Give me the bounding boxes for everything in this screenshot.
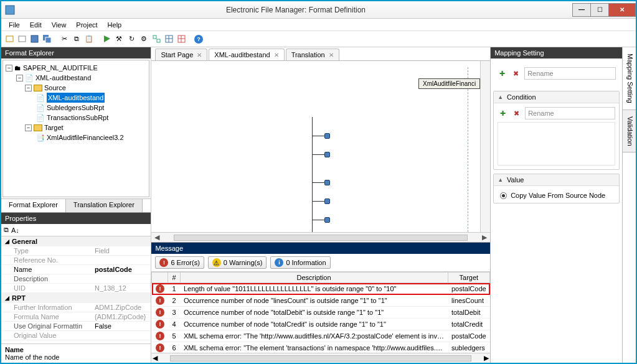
toolbar: ✂ ⧉ 📋 ⚒ ↻ ⚙ ?: [1, 31, 636, 47]
close-icon[interactable]: ✕: [274, 52, 279, 58]
titlebar: Electronic File Manager: Format Definiti…: [1, 1, 636, 19]
tool-run[interactable]: [101, 34, 112, 45]
menu-file[interactable]: File: [4, 20, 25, 30]
close-icon[interactable]: ✕: [197, 52, 202, 58]
svg-rect-7: [153, 35, 156, 39]
errors-button[interactable]: !6 Error(s): [155, 256, 204, 269]
app-icon: [5, 5, 15, 15]
props-sort-az-icon[interactable]: A↓: [11, 226, 19, 234]
tool-refresh[interactable]: ↻: [126, 34, 137, 45]
svg-rect-3: [31, 35, 38, 42]
menubar: File Edit View Project Help: [1, 19, 636, 31]
side-tab-mapping[interactable]: Mapping Setting: [623, 47, 636, 110]
canvas-hscroll[interactable]: ◀ ▶: [151, 232, 490, 242]
table-row[interactable]: !5XML schema error: "The 'http://www.aud…: [152, 330, 490, 342]
tool-gear[interactable]: ⚙: [138, 34, 149, 45]
delete-icon[interactable]: ✖: [511, 68, 521, 78]
add-icon[interactable]: ✚: [497, 68, 507, 78]
close-icon[interactable]: ✕: [329, 52, 334, 58]
menu-view[interactable]: View: [47, 20, 72, 30]
scroll-left-icon[interactable]: ◀: [153, 233, 161, 241]
scroll-right-icon[interactable]: ▶: [480, 233, 489, 241]
delete-icon[interactable]: ✖: [511, 108, 521, 118]
tool-grid2[interactable]: [163, 34, 174, 45]
menu-project[interactable]: Project: [71, 20, 102, 30]
rename-input[interactable]: Rename: [524, 67, 616, 80]
warnings-button[interactable]: ⚠0 Warning(s): [208, 256, 267, 269]
tool-build[interactable]: ⚒: [113, 34, 125, 45]
tree-item-2[interactable]: TransactionsSubRpt: [47, 113, 108, 123]
error-icon: !: [156, 308, 164, 317]
properties-header: Properties: [1, 213, 151, 224]
error-icon: !: [156, 320, 164, 329]
tool-copy[interactable]: ⧉: [71, 34, 82, 45]
svg-rect-1: [6, 36, 13, 42]
format-explorer-header: Format Explorer: [1, 47, 151, 58]
error-icon: !: [156, 332, 164, 340]
tool-save[interactable]: [29, 34, 40, 45]
window-title: Electronic File Manager: Format Definiti…: [19, 6, 573, 14]
table-row[interactable]: !4Occurrence number of node "totalCredit…: [152, 319, 490, 330]
tool-1[interactable]: [4, 34, 15, 45]
table-row[interactable]: !1Length of value "1011LLLLLLLLLLLLLLLL"…: [152, 283, 490, 295]
props-rpt-header[interactable]: ◢RPT: [1, 293, 151, 303]
radio-copy-value[interactable]: Copy Value From Source Node: [500, 192, 615, 199]
tree-item-1[interactable]: SubledgersSubRpt: [47, 103, 104, 113]
props-sort-cat-icon[interactable]: ⧉: [4, 226, 9, 234]
tool-grid3[interactable]: [176, 34, 187, 45]
svg-rect-8: [157, 39, 160, 42]
menu-help[interactable]: Help: [103, 20, 127, 30]
error-icon: !: [156, 296, 164, 305]
tool-help[interactable]: ?: [193, 34, 204, 45]
svg-rect-5: [45, 37, 51, 43]
tree-source[interactable]: Source: [44, 83, 66, 93]
props-general-header[interactable]: ◢General: [1, 236, 151, 246]
menu-edit[interactable]: Edit: [25, 20, 47, 30]
side-tab-validation[interactable]: Validation: [623, 110, 636, 153]
condition-rename-input[interactable]: Rename: [525, 107, 615, 119]
add-icon[interactable]: ✚: [498, 108, 507, 118]
tab-translation[interactable]: Translation✕: [286, 49, 339, 60]
svg-rect-2: [19, 36, 26, 42]
tree-root[interactable]: SAPER_NL_AUDITFILE: [23, 63, 98, 73]
table-row[interactable]: !3Occurrence number of node "totalDebit"…: [152, 307, 490, 319]
canvas-vscroll[interactable]: [480, 61, 490, 232]
tool-2[interactable]: [16, 34, 27, 45]
value-header[interactable]: ▲Value: [494, 174, 619, 186]
table-row[interactable]: !2Occurrence number of node "linesCount"…: [152, 295, 490, 307]
tree-target-item[interactable]: XmlAuditfileFinancieel3.2: [47, 133, 124, 142]
table-row[interactable]: !6XML schema error: "The element 'transa…: [152, 342, 490, 353]
tab-format-explorer[interactable]: Format Explorer: [1, 199, 66, 212]
mapping-setting-header: Mapping Setting: [491, 47, 622, 58]
info-button[interactable]: i0 Information: [270, 256, 330, 269]
message-hscroll[interactable]: ◀ ▶: [151, 353, 490, 363]
minimize-button[interactable]: —: [572, 3, 591, 17]
canvas-target-node[interactable]: XmlAuditfileFinanci: [418, 78, 480, 89]
tab-translation-explorer[interactable]: Translation Explorer: [66, 199, 143, 212]
tab-start-page[interactable]: Start Page✕: [155, 49, 207, 60]
props-footer-desc: Name of the node: [5, 353, 147, 361]
tool-cut[interactable]: ✂: [59, 34, 70, 45]
tree-doc[interactable]: XML-auditbestand: [35, 73, 91, 83]
props-footer-name: Name: [5, 346, 147, 353]
tool-saveall[interactable]: [41, 34, 52, 45]
condition-header[interactable]: ▲Condition: [494, 91, 619, 103]
design-canvas[interactable]: XmlAuditfileFinanci ◀ ▶: [151, 61, 490, 242]
close-button[interactable]: ✕: [608, 3, 636, 17]
maximize-button[interactable]: ☐: [590, 3, 609, 17]
tool-grid1[interactable]: [151, 34, 162, 45]
side-tabs: Mapping Setting Validation: [622, 47, 636, 363]
tool-paste[interactable]: 📋: [83, 34, 95, 45]
tree-target[interactable]: Target: [44, 123, 64, 133]
explorer-tabs: Format Explorer Translation Explorer: [1, 198, 151, 212]
message-header: Message: [151, 243, 490, 254]
svg-rect-0: [6, 6, 14, 14]
error-icon: !: [156, 343, 164, 352]
error-icon: !: [156, 284, 164, 293]
document-tabs: Start Page✕ XML-auditbestand✕ Translatio…: [151, 47, 490, 61]
tab-xml-auditbestand[interactable]: XML-auditbestand✕: [209, 49, 284, 60]
message-table[interactable]: # Description Target !1Length of value "…: [151, 272, 490, 353]
tree-item-selected[interactable]: XML-auditbestand: [47, 93, 105, 103]
format-explorer-tree[interactable]: −🖿SAPER_NL_AUDITFILE −📄XML-auditbestand …: [2, 60, 149, 197]
message-toolbar: !6 Error(s) ⚠0 Warning(s) i0 Information: [151, 254, 490, 271]
